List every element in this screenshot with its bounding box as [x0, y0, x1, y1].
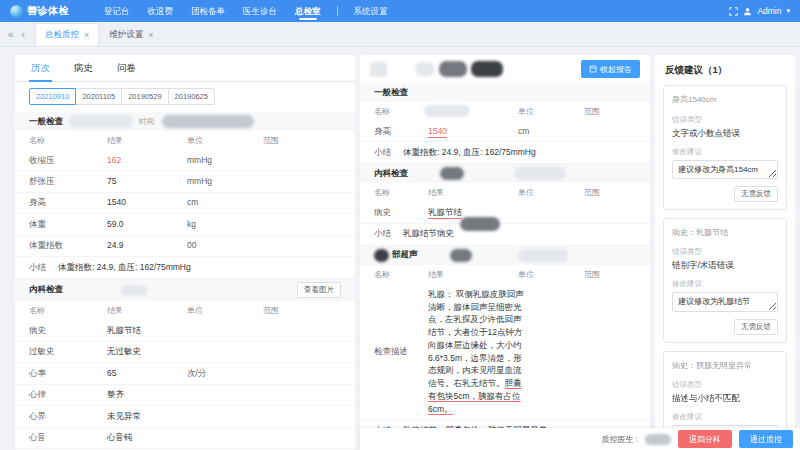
no-feedback-button[interactable]: 无需反馈 [734, 319, 778, 335]
fullscreen-icon[interactable] [729, 7, 738, 16]
cell-name: 体重 [29, 214, 107, 234]
column-header: 单位 [518, 102, 584, 121]
nav-item-4[interactable]: 总检室 [295, 0, 321, 22]
column-header: 范围 [584, 102, 636, 121]
cell-name: 心界 [29, 406, 107, 426]
date-chip-20201105[interactable]: 20201105 [75, 88, 122, 105]
advice-textarea[interactable] [672, 292, 778, 311]
cell-range [584, 127, 636, 136]
feedback-title: 反馈建议（1） [655, 55, 795, 85]
table-row: 收缩压162mmHg [15, 150, 355, 171]
redacted-text [460, 217, 500, 231]
app-logo-icon [10, 5, 23, 18]
time-label: 时间: [139, 117, 156, 127]
close-icon[interactable]: × [84, 31, 89, 40]
table-header: 名称结果单位范围 [15, 131, 355, 150]
table-header: 名称结果单位范围 [360, 102, 650, 121]
cell-range [263, 433, 341, 442]
cell-range [263, 242, 341, 251]
column-header: 名称 [374, 183, 428, 202]
nav-item-0[interactable]: 登记台 [104, 0, 130, 22]
nav-item-1[interactable]: 收退费 [148, 0, 174, 22]
tab-scroll-icons: « ‹ [8, 29, 25, 40]
column-header: 单位 [518, 265, 584, 284]
redacted-name [69, 115, 133, 128]
cell-unit [187, 390, 263, 399]
feedback-item-title: 身高1540cm [672, 94, 778, 106]
nav-item-5[interactable]: 系统设置 [354, 0, 388, 22]
collapse-report-button[interactable]: 收起报告 [581, 60, 640, 78]
column-header: 名称 [374, 102, 428, 121]
no-feedback-button[interactable]: 无需反馈 [734, 186, 778, 202]
date-chip-20190625[interactable]: 20190625 [168, 88, 215, 105]
table-row: 心音心音钝 [15, 428, 355, 449]
date-chip-20210910[interactable]: 20210910 [29, 88, 76, 105]
cell-unit: kg [187, 214, 263, 234]
table-row: 体重指数24.900 [15, 236, 355, 257]
column-header: 结果 [107, 131, 187, 150]
column-header: 单位 [518, 183, 584, 202]
redacted-text [450, 249, 472, 262]
nav-item-3[interactable]: 医生诊台 [243, 0, 277, 22]
table-row: 病史乳腺节结 [15, 320, 355, 341]
section-header-general: 一般检查 [360, 84, 650, 102]
column-header: 结果 [428, 183, 518, 202]
cell-unit [187, 412, 263, 421]
feedback-item-title: 病史：乳腺节结 [672, 227, 778, 239]
advice-textarea[interactable] [672, 160, 778, 179]
cell-result: 整齐 [107, 385, 187, 405]
cell-result: 1540 [107, 193, 187, 213]
tab-quality-control[interactable]: 总检质控 × [35, 23, 99, 46]
qc-doctor-label: 质控医生 : [602, 434, 638, 445]
table-row: 身高1540cm [360, 121, 650, 142]
tab-medical-history[interactable]: 病史 [72, 55, 95, 81]
section-title: 内科检查 [374, 168, 408, 180]
user-name[interactable]: Admin [757, 6, 781, 16]
summary-text: 乳腺结节病史 [403, 228, 454, 240]
cell-unit: cm [187, 193, 263, 213]
cell-name: 收缩压 [29, 150, 107, 170]
column-header: 名称 [29, 301, 107, 320]
tab-maintenance[interactable]: 维护设置 × [99, 23, 163, 46]
section-title: 部超声 [392, 249, 418, 261]
cell-result: 无过敏史 [107, 342, 187, 362]
internal-table: 病史乳腺节结 [360, 202, 650, 223]
close-icon[interactable]: × [148, 31, 153, 40]
cell-unit [187, 433, 263, 442]
error-type-value: 文字或小数点错误 [672, 128, 778, 140]
cell-range [263, 390, 341, 399]
table-row: 体重59.0kg [15, 214, 355, 235]
column-header: 结果 [107, 301, 187, 320]
chevron-down-icon[interactable]: ▾ [786, 7, 790, 15]
section-title: 一般检查 [374, 87, 408, 99]
cell-result: 未见异常 [107, 406, 187, 426]
view-images-button[interactable]: 查看图片 [297, 282, 341, 298]
table-row: 过敏史无过敏史 [15, 342, 355, 363]
table-header: 名称结果单位范围 [15, 301, 355, 320]
cell-range [263, 348, 341, 357]
redacted-text [374, 249, 389, 262]
table-row: 心律整齐 [15, 385, 355, 406]
main-area: 历次 病史 问卷 2021091020201105201905292019062… [0, 47, 800, 450]
tab-questionnaire[interactable]: 问卷 [115, 55, 138, 81]
cell-name: 过敏史 [29, 342, 107, 362]
prev-tab-icon[interactable]: ‹ [22, 29, 25, 40]
cell-range [584, 208, 636, 217]
tab-history[interactable]: 历次 [29, 55, 52, 81]
navbar-right: Admin ▾ [729, 6, 790, 16]
pass-qc-button[interactable]: 通过质控 [739, 430, 793, 448]
cell-range [263, 177, 341, 186]
cell-unit [187, 348, 263, 357]
cell-unit: cm [518, 121, 584, 141]
description-text: 乳腺： 双侧乳腺皮肤回声清晰，腺体回声呈细密光点，左乳探及少许低回声结节，大者位… [428, 284, 524, 420]
redacted-text [514, 167, 566, 180]
date-chip-20190529[interactable]: 20190529 [121, 88, 168, 105]
summary-row: 小结 乳腺结节病史 [360, 224, 650, 246]
return-to-department-button[interactable]: 退回分科 [678, 430, 732, 448]
collapse-tabs-icon[interactable]: « [8, 29, 14, 40]
error-type-label: 错误类型 [672, 380, 778, 390]
feedback-card-1: 病史：乳腺节结错误类型错别字/术语错误修改建议无需反馈 [663, 218, 787, 343]
cell-name: 体重指数 [29, 236, 107, 256]
summary-label: 小结 [374, 228, 391, 240]
nav-item-2[interactable]: 团检备单 [191, 0, 225, 22]
